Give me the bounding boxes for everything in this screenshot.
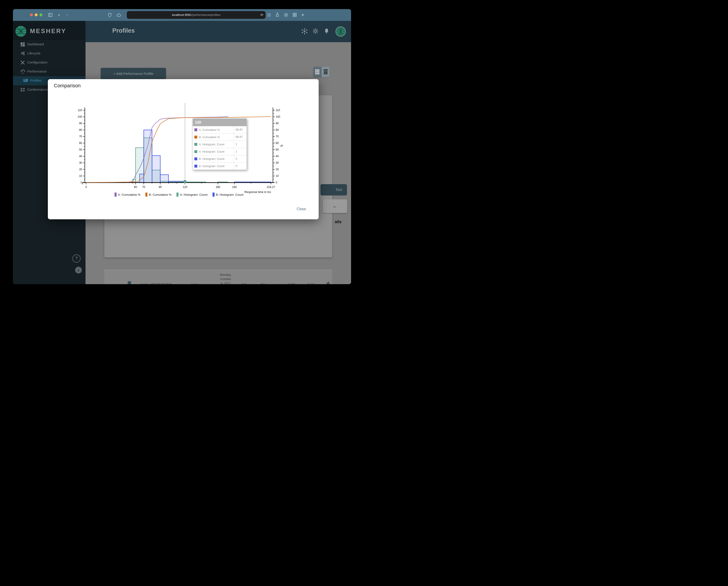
date-line: Monday, [215,273,236,277]
sidebar-item-label: Conformance [27,87,48,91]
chart-legend: A: Cumulative %B: Cumulative %A: Histogr… [85,192,273,196]
date-line: 4, 2021 [215,281,236,284]
share-icon[interactable] [274,11,281,18]
sidebar-item-label: Dashboard [27,42,44,46]
browser-toolbar: ‹ › localhost:9081/performance/profiles … [13,9,351,21]
legend-item[interactable]: A: Cumulative % [114,192,140,196]
svg-text:160: 160 [216,186,220,189]
row-chart-icon[interactable] [327,281,330,284]
legend-label: A: Cumulative % [118,193,140,196]
svg-text:10: 10 [79,175,82,178]
tooltip-row: A: Histogram: Count1 [193,141,246,148]
screen: ‹ › localhost:9081/performance/profiles … [0,0,364,293]
tools-icon [20,60,25,65]
svg-text:50: 50 [79,148,82,151]
close-window-button[interactable] [30,14,33,16]
series-swatch [194,143,197,146]
svg-text:0: 0 [80,181,82,184]
row-checkbox[interactable]: ✓ [128,281,131,284]
svg-text:110: 110 [276,109,280,112]
svg-text:100: 100 [78,115,82,118]
tooltip-header: 120 [193,118,246,126]
help-button[interactable]: ? [72,255,80,263]
profiles-card-icon [23,78,28,83]
svg-text:50: 50 [276,148,279,151]
series-swatch [194,128,197,131]
svg-text:90: 90 [276,122,279,125]
address-bar[interactable]: localhost:9081/performance/profiles ⟳ [127,11,266,19]
profile-name-cell: kuma_1633353794616 [140,283,172,284]
keypad-grid-icon[interactable] [266,11,272,18]
sidebar-item-label: Performance [27,70,47,73]
settings-gear-icon[interactable] [283,11,289,18]
svg-text:30: 30 [276,161,279,164]
run-test-button[interactable]: Test [320,184,347,195]
sidebar-item-configuration[interactable]: Configuration [13,58,85,67]
svg-text:70: 70 [142,186,146,189]
svg-text:60: 60 [276,141,279,145]
forward-button[interactable]: › [64,11,71,18]
svg-text:20: 20 [79,168,82,171]
close-button[interactable]: Close [297,207,306,211]
duration-cell: 15.1 [260,283,266,284]
speedometer-smp-icon: SMP [20,70,25,74]
legend-item[interactable]: A: Histogram: Count [177,192,208,196]
legend-swatch [177,192,179,196]
date-line: October [215,277,236,281]
details-heading-fragment: ails [335,219,342,224]
series-swatch [194,136,197,138]
grid-view-button[interactable] [313,67,321,77]
app-header: Profiles [85,21,351,42]
svg-text:60: 60 [134,186,137,189]
legend-item[interactable]: B: Histogram: Count [212,192,243,196]
tooltip-series-value: 98.67 [234,134,246,141]
table-view-button[interactable] [321,67,330,77]
svg-text:%: % [280,143,284,148]
collapse-sidebar-button[interactable]: ‹ [75,267,82,273]
sidebar-item-label: Configuration [27,60,47,64]
tooltip-series-value: 1 [234,148,246,155]
series-swatch [194,157,197,160]
tooltip-row: A: Cumulative %98.67 [193,126,246,133]
sidebar-item-performance[interactable]: SMP Performance [13,67,85,76]
legend-swatch [114,192,116,196]
svg-text:180: 180 [232,186,237,189]
tooltip-row: B: Cumulative %98.67 [193,133,246,141]
zoom-window-button[interactable] [40,14,43,16]
mesh-adapters-icon[interactable] [302,28,308,35]
refresh-icon[interactable]: ⟳ [260,11,263,19]
notifications-bell-icon[interactable] [324,28,331,35]
back-arrow-card[interactable]: ← [323,199,347,213]
p50-cell: 0.078 [288,283,295,284]
tooltip-series-label: B: Histogram: Count [199,157,234,161]
svg-text:70: 70 [79,135,82,138]
sidebar-toggle-icon[interactable] [47,11,54,18]
back-button[interactable]: ‹ [56,11,62,18]
tooltip-series-value: 2 [234,155,246,162]
new-tab-icon[interactable]: + [300,11,306,18]
tab-overview-icon[interactable] [291,11,298,18]
legend-label: B: Histogram: Count [216,193,243,196]
tooltip-row: B: Histogram: Count2 [193,155,246,162]
tooltip-series-value: 1 [234,141,246,148]
svg-text:224.27: 224.27 [267,186,275,189]
dashboard-icon [20,42,25,47]
avatar[interactable] [335,26,346,37]
svg-text:40: 40 [276,155,279,158]
series-swatch [194,165,197,167]
legend-swatch [146,192,148,196]
tooltip-series-label: B: Histogram: Count [199,165,234,168]
settings-gear-icon[interactable] [313,28,319,35]
cloud-icon [115,11,122,18]
sidebar-item-dashboard[interactable]: Dashboard [13,40,85,49]
chart-tooltip: 120 A: Cumulative %98.67B: Cumulative %9… [192,118,247,170]
sidebar-item-lifecycle[interactable]: Lifecycle [13,49,85,58]
svg-text:90: 90 [159,186,162,189]
svg-text:80: 80 [79,128,82,132]
minimize-window-button[interactable] [35,14,37,16]
comparison-modal: Comparison 00101020203030404050506060707… [48,79,319,219]
svg-text:20: 20 [276,168,279,171]
svg-text:40: 40 [79,155,82,158]
legend-item[interactable]: B: Cumulative % [146,192,172,196]
add-performance-profile-button[interactable]: + Add Performance Profile [101,68,166,79]
